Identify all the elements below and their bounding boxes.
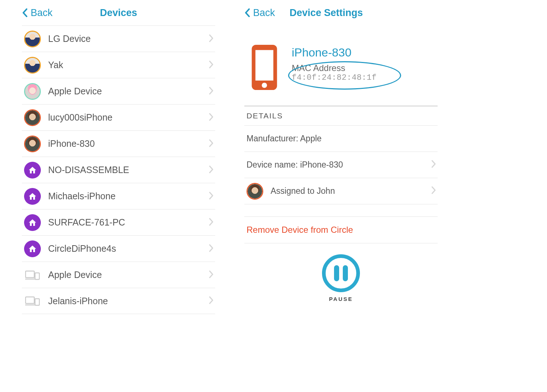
devices-icon	[24, 267, 41, 283]
pause-icon	[334, 265, 348, 281]
svg-rect-7	[255, 50, 273, 81]
svg-rect-3	[26, 297, 34, 303]
chevron-right-icon	[209, 218, 214, 227]
details-section-header: DETAILS	[244, 106, 438, 126]
device-row-label: Apple Device	[48, 270, 209, 280]
chevron-right-icon	[209, 192, 214, 201]
svg-rect-0	[26, 271, 34, 278]
device-settings-panel: Back Device Settings iPhone-830 MAC Addr…	[244, 4, 438, 392]
device-row-label: Michaels-iPhone	[48, 191, 209, 201]
devices-panel: Back Devices LG DeviceYakApple Deviceluc…	[22, 4, 215, 392]
device-row[interactable]: LG Device	[22, 26, 215, 52]
device-hero-text: iPhone-830 MAC Address f4:0f:24:82:48:1f	[292, 44, 377, 82]
chevron-right-icon	[209, 139, 214, 149]
nav-header: Back Devices	[22, 4, 215, 26]
user-avatar	[24, 31, 41, 47]
back-label: Back	[253, 7, 275, 19]
device-row[interactable]: SURFACE-761-PC	[22, 209, 215, 235]
device-row[interactable]: CircleDiPhone4s	[22, 235, 215, 262]
page-title: Device Settings	[290, 7, 363, 19]
user-avatar	[24, 109, 41, 126]
device-row[interactable]: Apple Device	[22, 262, 215, 288]
chevron-right-icon	[209, 87, 214, 96]
chevron-right-icon	[209, 270, 214, 280]
device-name-text: Device name: iPhone-830	[247, 160, 431, 170]
chevron-right-icon	[209, 165, 214, 175]
device-row[interactable]: NO-DISASSEMBLE	[22, 157, 215, 183]
back-label: Back	[31, 7, 53, 19]
device-row[interactable]: Michaels-iPhone	[22, 183, 215, 209]
phone-icon	[248, 44, 281, 91]
assigned-to-row[interactable]: Assigned to John	[244, 178, 438, 204]
svg-point-8	[262, 83, 267, 88]
pause-button[interactable]	[322, 254, 360, 292]
chevron-left-icon	[244, 8, 250, 17]
chevron-right-icon	[209, 34, 214, 44]
device-row-label: NO-DISASSEMBLE	[48, 165, 209, 175]
pause-label: PAUSE	[329, 296, 353, 302]
user-avatar	[247, 183, 263, 200]
chevron-left-icon	[22, 8, 28, 17]
device-row[interactable]: lucy000siPhone	[22, 104, 215, 130]
devices-icon	[24, 293, 41, 309]
device-row-label: iPhone-830	[48, 138, 209, 149]
device-name-heading: iPhone-830	[292, 46, 377, 59]
svg-rect-4	[35, 299, 39, 305]
mac-address-value: f4:0f:24:82:48:1f	[292, 73, 377, 82]
assigned-text: Assigned to John	[271, 186, 431, 196]
home-icon	[24, 240, 41, 257]
device-row-label: lucy000siPhone	[48, 112, 209, 123]
home-icon	[24, 214, 41, 231]
device-row[interactable]: Yak	[22, 52, 215, 78]
device-name-row[interactable]: Device name: iPhone-830	[244, 152, 438, 178]
chevron-right-icon	[209, 296, 214, 306]
device-row[interactable]: Jelanis-iPhone	[22, 288, 215, 314]
device-row[interactable]: Apple Device	[22, 78, 215, 104]
device-row-label: Apple Device	[48, 86, 209, 97]
home-icon	[24, 188, 41, 205]
device-row-label: LG Device	[48, 34, 209, 44]
device-row-label: Yak	[48, 60, 209, 70]
device-row-label: Jelanis-iPhone	[48, 296, 209, 306]
chevron-right-icon	[431, 160, 436, 170]
back-button[interactable]: Back	[244, 7, 275, 19]
device-row[interactable]: iPhone-830	[22, 130, 215, 157]
manufacturer-text: Manufacturer: Apple	[247, 134, 436, 144]
device-row-label: SURFACE-761-PC	[48, 217, 209, 228]
mac-address-label: MAC Address	[292, 63, 377, 73]
page-title: Devices	[100, 7, 137, 19]
home-icon	[24, 162, 41, 179]
user-avatar	[24, 57, 41, 74]
chevron-right-icon	[431, 186, 436, 196]
pause-area: PAUSE	[244, 243, 438, 302]
user-avatar	[24, 83, 41, 100]
chevron-right-icon	[209, 60, 214, 70]
chevron-right-icon	[209, 244, 214, 254]
devices-list: LG DeviceYakApple Devicelucy000siPhoneiP…	[22, 26, 215, 314]
chevron-right-icon	[209, 113, 214, 122]
device-hero: iPhone-830 MAC Address f4:0f:24:82:48:1f	[244, 26, 438, 106]
nav-header: Back Device Settings	[244, 4, 438, 26]
back-button[interactable]: Back	[22, 7, 53, 19]
manufacturer-row: Manufacturer: Apple	[244, 126, 438, 152]
device-row-label: CircleDiPhone4s	[48, 243, 209, 254]
remove-device-button[interactable]: Remove Device from Circle	[244, 217, 438, 243]
user-avatar	[24, 136, 41, 152]
section-spacer	[244, 204, 438, 217]
svg-rect-1	[35, 273, 39, 279]
